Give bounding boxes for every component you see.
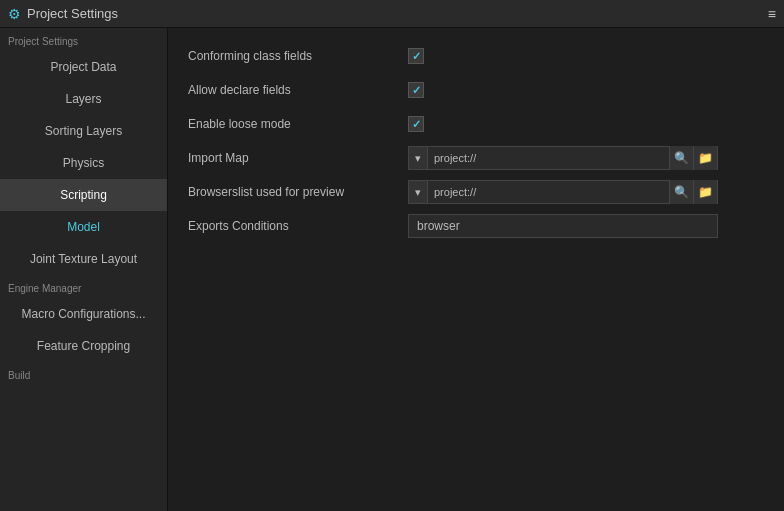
exports-conditions-input[interactable] (408, 214, 718, 238)
value-allow-declare-fields (408, 82, 424, 98)
browserslist-folder-btn[interactable]: 📁 (693, 180, 717, 204)
value-enable-loose-mode (408, 116, 424, 132)
title-bar: ⚙ Project Settings ≡ (0, 0, 784, 28)
sidebar: Project Settings Project Data Layers Sor… (0, 28, 168, 511)
sidebar-section-build: Build (0, 362, 167, 385)
dropdown-arrow-icon: ▾ (415, 152, 421, 165)
main-layout: Project Settings Project Data Layers Sor… (0, 28, 784, 511)
label-exports-conditions: Exports Conditions (188, 219, 408, 233)
import-map-dropdown[interactable]: ▾ (409, 147, 428, 169)
value-import-map: ▾ project:// 🔍 📁 (408, 146, 718, 170)
label-allow-declare-fields: Allow declare fields (188, 83, 408, 97)
sidebar-item-scripting[interactable]: Scripting (0, 179, 167, 211)
sidebar-item-layers[interactable]: Layers (0, 83, 167, 115)
title-bar-left: ⚙ Project Settings (8, 6, 118, 22)
browserslist-dropdown[interactable]: ▾ (409, 181, 428, 203)
row-enable-loose-mode: Enable loose mode (188, 112, 764, 136)
row-import-map: Import Map ▾ project:// 🔍 📁 (188, 146, 764, 170)
menu-icon[interactable]: ≡ (768, 6, 776, 22)
label-conforming-class-fields: Conforming class fields (188, 49, 408, 63)
row-allow-declare-fields: Allow declare fields (188, 78, 764, 102)
content-area: Conforming class fields Allow declare fi… (168, 28, 784, 511)
browserslist-search-btn[interactable]: 🔍 (669, 180, 693, 204)
checkbox-allow-declare-fields[interactable] (408, 82, 424, 98)
sidebar-item-project-data[interactable]: Project Data (0, 51, 167, 83)
import-map-folder-btn[interactable]: 📁 (693, 146, 717, 170)
dropdown-arrow-icon-2: ▾ (415, 186, 421, 199)
sidebar-section-project-settings: Project Settings (0, 28, 167, 51)
row-conforming-class-fields: Conforming class fields (188, 44, 764, 68)
import-map-search-btn[interactable]: 🔍 (669, 146, 693, 170)
title-bar-title: Project Settings (27, 6, 118, 21)
sidebar-item-joint-texture-layout[interactable]: Joint Texture Layout (0, 243, 167, 275)
value-conforming-class-fields (408, 48, 424, 64)
import-map-input: ▾ project:// 🔍 📁 (408, 146, 718, 170)
sidebar-item-physics[interactable]: Physics (0, 147, 167, 179)
browserslist-value: project:// (428, 186, 669, 198)
sidebar-item-feature-cropping[interactable]: Feature Cropping (0, 330, 167, 362)
value-browserslist-preview: ▾ project:// 🔍 📁 (408, 180, 718, 204)
label-import-map: Import Map (188, 151, 408, 165)
sidebar-item-sorting-layers[interactable]: Sorting Layers (0, 115, 167, 147)
value-exports-conditions (408, 214, 718, 238)
sidebar-item-macro-configurations[interactable]: Macro Configurations... (0, 298, 167, 330)
row-exports-conditions: Exports Conditions (188, 214, 764, 238)
browserslist-input: ▾ project:// 🔍 📁 (408, 180, 718, 204)
row-browserslist-preview: Browserslist used for preview ▾ project:… (188, 180, 764, 204)
label-enable-loose-mode: Enable loose mode (188, 117, 408, 131)
sidebar-section-engine-manager: Engine Manager (0, 275, 167, 298)
label-browserslist-preview: Browserslist used for preview (188, 185, 408, 199)
checkbox-enable-loose-mode[interactable] (408, 116, 424, 132)
gear-icon: ⚙ (8, 6, 21, 22)
checkbox-conforming-class-fields[interactable] (408, 48, 424, 64)
sidebar-item-model[interactable]: Model (0, 211, 167, 243)
import-map-value: project:// (428, 152, 669, 164)
